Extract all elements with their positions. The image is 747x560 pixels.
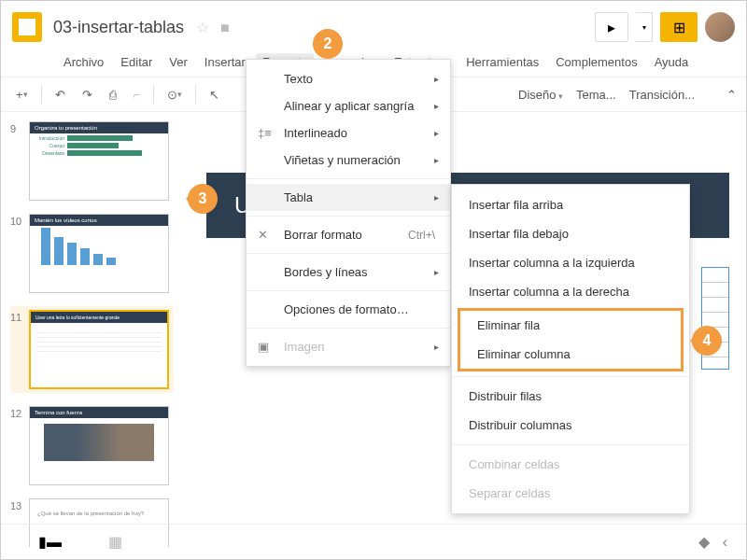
highlight-box: Eliminar fila Eliminar columna [458,308,684,371]
mi-tabla[interactable]: Tabla [247,184,450,211]
layout-dropdown[interactable]: Diseño [518,88,563,102]
slide-thumb-12[interactable]: 12 Termina con fuerza [10,406,174,485]
undo-button[interactable]: ↶ [49,84,71,105]
slide-thumb-11[interactable]: 11 Usar una letra lo suficientemente gra… [10,306,174,393]
smi-combinar-celdas: Combinar celdas [452,450,689,479]
filmstrip-view-icon[interactable]: ▮▬ [38,533,62,551]
callout-4: 4 [692,326,722,356]
mi-opciones-formato[interactable]: Opciones de formato… [247,296,450,323]
smi-insertar-fila-arriba[interactable]: Insertar fila arriba [452,190,689,219]
mi-vinetas[interactable]: Viñetas y numeración [247,147,450,174]
bottom-bar: ▮▬ ▦ ◆ ‹ [1,524,746,559]
doc-title[interactable]: 03-insertar-tablas [53,18,184,36]
paint-format-button[interactable]: ⌐ [128,84,147,105]
smi-eliminar-columna[interactable]: Eliminar columna [460,340,681,369]
mi-interlineado[interactable]: ‡≡Interlineado [247,119,450,147]
redo-button[interactable]: ↷ [77,84,98,105]
smi-distribuir-columnas[interactable]: Distribuir columnas [452,411,689,440]
theme-button[interactable]: Tema... [576,88,616,102]
select-tool[interactable]: ↖ [204,84,225,105]
mi-alinear[interactable]: Alinear y aplicar sangría [247,92,450,119]
callout-2: 2 [313,29,343,59]
explore-icon[interactable]: ◆ [698,533,710,551]
smi-eliminar-fila[interactable]: Eliminar fila [460,311,681,340]
present-dropdown[interactable]: ▾ [636,12,653,42]
share-button[interactable]: ⊞ [660,12,698,42]
slide-panel: 9 Organiza tu presentación Introducción … [1,112,183,547]
menu-insertar[interactable]: Insertar [198,53,252,71]
line-spacing-icon: ‡≡ [258,126,272,140]
table-submenu: Insertar fila arriba Insertar fila debaj… [451,184,690,514]
slides-logo[interactable] [12,12,42,42]
star-icon[interactable]: ☆ [196,20,209,35]
menu-editar[interactable]: Editar [114,53,159,71]
new-slide-button[interactable]: + [10,84,34,105]
clear-format-icon: ✕ [258,228,268,242]
menu-herramientas[interactable]: Herramientas [459,53,545,71]
mi-borrar-formato[interactable]: ✕Borrar formatoCtrl+\ [247,221,450,248]
callout-3: 3 [188,184,218,214]
menu-archivo[interactable]: Archivo [57,53,110,71]
zoom-button[interactable]: ⊙ [162,84,188,105]
image-icon: ▣ [258,340,269,354]
mi-bordes[interactable]: Bordes y líneas [247,259,450,286]
smi-insertar-col-izq[interactable]: Insertar columna a la izquierda [452,248,689,277]
folder-icon[interactable]: ■ [220,20,230,35]
slide-thumb-10[interactable]: 10 Mantén los vídeos cortos [10,214,174,293]
avatar[interactable] [705,12,735,42]
mi-texto[interactable]: Texto [247,65,450,92]
menu-ver[interactable]: Ver [162,53,194,71]
smi-distribuir-filas[interactable]: Distribuir filas [452,382,689,411]
grid-view-icon[interactable]: ▦ [108,533,122,551]
present-button[interactable]: ▸ [595,12,628,42]
chevron-left-icon[interactable]: ‹ [723,534,727,551]
menu-ayuda[interactable]: Ayuda [648,53,696,71]
header: 03-insertar-tablas ☆ ■ ▸ ▾ ⊞ [1,1,746,53]
smi-separar-celdas: Separar celdas [452,479,689,508]
transition-button[interactable]: Transición... [629,88,695,102]
slide-thumb-9[interactable]: 9 Organiza tu presentación Introducción … [10,121,174,201]
smi-insertar-fila-debajo[interactable]: Insertar fila debajo [452,219,689,248]
mi-imagen: ▣Imagen [247,333,450,360]
format-menu: Texto Alinear y aplicar sangría ‡≡Interl… [246,59,451,367]
menu-complementos[interactable]: Complementos [549,53,643,71]
print-button[interactable]: ⎙ [104,84,122,105]
collapse-icon[interactable]: ⌃ [726,88,737,102]
smi-insertar-col-der[interactable]: Insertar columna a la derecha [452,277,689,306]
